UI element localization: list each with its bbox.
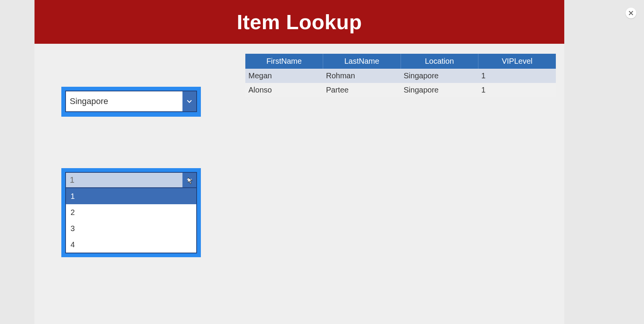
col-firstname: FirstName xyxy=(245,54,323,69)
viplevel-dropdown-list[interactable]: 1 2 3 4 xyxy=(65,188,197,253)
cell-firstname: Alonso xyxy=(245,83,323,97)
table-row[interactable]: Megan Rohman Singapore 1 xyxy=(245,69,556,83)
chevron-down-icon[interactable] xyxy=(182,173,196,187)
results-table: FirstName LastName Location VIPLevel Meg… xyxy=(245,54,556,97)
close-icon xyxy=(628,10,634,16)
cell-viplevel: 1 xyxy=(478,69,556,83)
location-dropdown-value: Singapore xyxy=(66,91,182,111)
col-lastname: LastName xyxy=(323,54,401,69)
viplevel-dropdown-control[interactable]: 1 xyxy=(65,172,197,188)
cell-lastname: Partee xyxy=(323,83,401,97)
viplevel-option-2[interactable]: 2 xyxy=(66,204,196,220)
viplevel-dropdown-value: 1 xyxy=(66,173,182,187)
cell-location: Singapore xyxy=(401,69,478,83)
col-location: Location xyxy=(401,54,478,69)
table-row[interactable]: Alonso Partee Singapore 1 xyxy=(245,83,556,97)
cell-firstname: Megan xyxy=(245,69,323,83)
app-canvas: Item Lookup Singapore 1 1 2 3 4 xyxy=(34,0,564,324)
cell-location: Singapore xyxy=(401,83,478,97)
page-title: Item Lookup xyxy=(237,10,362,34)
viplevel-option-1[interactable]: 1 xyxy=(66,188,196,204)
location-dropdown[interactable]: Singapore xyxy=(61,87,201,117)
cell-viplevel: 1 xyxy=(478,83,556,97)
viplevel-option-4[interactable]: 4 xyxy=(66,236,196,253)
table-header-row: FirstName LastName Location VIPLevel xyxy=(245,54,556,69)
title-bar: Item Lookup xyxy=(34,0,564,44)
viplevel-dropdown[interactable]: 1 1 2 3 4 xyxy=(61,168,201,257)
chevron-down-icon[interactable] xyxy=(182,91,196,111)
close-button[interactable] xyxy=(626,8,636,18)
cell-lastname: Rohman xyxy=(323,69,401,83)
viplevel-option-3[interactable]: 3 xyxy=(66,220,196,236)
col-viplevel: VIPLevel xyxy=(478,54,556,69)
location-dropdown-control[interactable]: Singapore xyxy=(65,91,197,112)
